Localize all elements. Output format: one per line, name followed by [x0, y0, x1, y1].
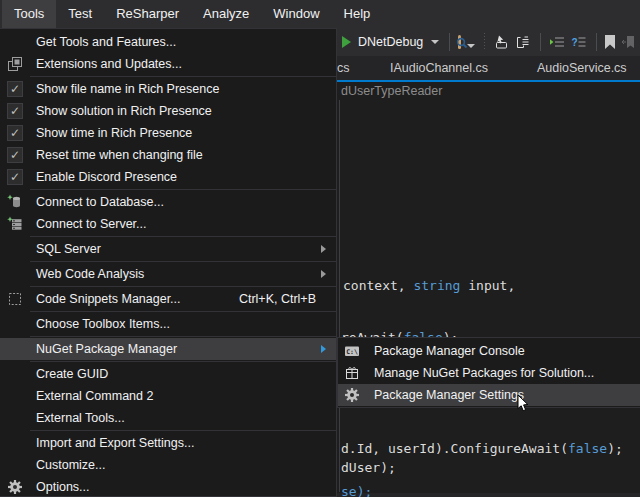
code-line: dUser); — [341, 460, 396, 475]
database-icon — [0, 194, 30, 210]
toolbar-grip — [484, 33, 485, 51]
menubar-item-help[interactable]: Help — [332, 0, 383, 28]
nuget-submenu-item-manage-nuget-packages-for-solution[interactable]: Manage NuGet Packages for Solution... — [338, 362, 640, 384]
tools-menu-item-show-time-in-rich-presence[interactable]: ✓Show time in Rich Presence — [0, 122, 336, 144]
checkmark-icon: ✓ — [0, 125, 30, 141]
menu-item-label: External Command 2 — [30, 389, 153, 403]
format-indent-green-icon[interactable] — [549, 33, 565, 51]
nuget-submenu-item-package-manager-console[interactable]: C:\Package Manager Console — [338, 340, 640, 362]
package-icon — [338, 365, 366, 381]
code-segment: d.Id, userId).ConfigureAwait( — [341, 441, 568, 456]
code-segment: ); — [607, 441, 623, 456]
extensions-icon — [0, 56, 30, 72]
tools-menu: Get Tools and Features...Extensions and … — [0, 28, 337, 497]
tools-menu-item-external-tools[interactable]: External Tools... — [0, 407, 336, 429]
menu-item-label: Code Snippets Manager... — [30, 292, 181, 306]
navigate-to-cursor-icon[interactable] — [493, 33, 509, 51]
menubar-item-tools[interactable]: Tools — [2, 0, 56, 28]
checkmark-icon: ✓ — [0, 103, 30, 119]
code-segment: dUser); — [341, 460, 396, 475]
menu-item-label: SQL Server — [30, 242, 101, 256]
menu-bar: ToolsTestReSharperAnalyzeWindowHelp — [0, 0, 640, 28]
menu-item-label: Create GUID — [30, 367, 108, 381]
editor-tab-cs[interactable]: cs — [337, 56, 350, 80]
mouse-cursor — [517, 394, 530, 417]
previous-bookmark-icon[interactable] — [621, 33, 637, 51]
tools-menu-item-sql-server[interactable]: SQL Server — [0, 238, 336, 260]
tools-menu-item-import-and-export-settings[interactable]: Import and Export Settings... — [0, 432, 336, 454]
menu-item-label: Show solution in Rich Presence — [30, 104, 212, 118]
nuget-submenu-item-package-manager-settings[interactable]: Package Manager Settings — [338, 384, 640, 406]
submenu-arrow-icon — [321, 270, 326, 278]
tools-menu-item-create-guid[interactable]: Create GUID — [0, 363, 336, 385]
tools-menu-item-options[interactable]: Options... — [0, 476, 336, 497]
checkmark-icon: ✓ — [0, 147, 30, 163]
help-lines-icon[interactable]: ? — [571, 33, 587, 51]
menu-item-label: Reset time when changing file — [30, 148, 203, 162]
menu-item-label: Connect to Server... — [30, 217, 146, 231]
tools-menu-item-get-tools-and-features[interactable]: Get Tools and Features... — [0, 31, 336, 53]
run-config-label[interactable]: DNetDebug — [358, 35, 423, 49]
run-config-dropdown-icon[interactable] — [431, 40, 439, 44]
menu-separator — [30, 236, 336, 237]
code-line: context, string input, — [343, 278, 515, 293]
tools-menu-item-nuget-package-manager[interactable]: NuGet Package Manager — [0, 338, 336, 360]
vs-window: DNetDebug ? csIAudioChannel.csAudioServi… — [0, 0, 640, 497]
code-segment: se); — [341, 484, 372, 497]
tools-menu-item-code-snippets-manager[interactable]: Code Snippets Manager...Ctrl+K, Ctrl+B — [0, 288, 336, 310]
menu-item-label: Get Tools and Features... — [30, 35, 176, 49]
editor-tab-audioservice-cs[interactable]: AudioService.cs — [537, 56, 627, 80]
menu-item-label: Package Manager Settings — [366, 388, 524, 402]
menubar-item-analyze[interactable]: Analyze — [191, 0, 261, 28]
breadcrumb[interactable]: dUserTypeReader — [341, 84, 442, 98]
tools-menu-item-customize[interactable]: Customize... — [0, 454, 336, 476]
editor-left-border — [339, 100, 340, 492]
code-segment: context, — [343, 278, 413, 293]
menu-item-label: Options... — [30, 480, 90, 494]
tools-menu-item-choose-toolbox-items[interactable]: Choose Toolbox Items... — [0, 313, 336, 335]
tools-menu-item-extensions-and-updates[interactable]: Extensions and Updates... — [0, 53, 336, 75]
tools-menu-item-show-file-name-in-rich-presence[interactable]: ✓Show file name in Rich Presence — [0, 78, 336, 100]
menu-item-label: Import and Export Settings... — [30, 436, 194, 450]
find-in-files-icon[interactable] — [458, 35, 461, 49]
sync-document-icon[interactable] — [515, 33, 531, 51]
help-glyph: ? — [571, 37, 577, 48]
menubar-item-resharper[interactable]: ReSharper — [104, 0, 191, 28]
menu-separator — [30, 189, 336, 190]
menu-item-label: NuGet Package Manager — [30, 342, 177, 356]
bookmark-icon[interactable] — [605, 33, 615, 51]
menu-separator — [30, 361, 336, 362]
bottom-strip — [337, 493, 640, 497]
menubar-item-test[interactable]: Test — [56, 0, 104, 28]
editor-tab-iaudiochannel-cs[interactable]: IAudioChannel.cs — [390, 56, 488, 80]
submenu-arrow-icon — [321, 245, 326, 253]
tools-menu-item-reset-time-when-changing-file[interactable]: ✓Reset time when changing file — [0, 144, 336, 166]
menu-item-label: Show file name in Rich Presence — [30, 82, 219, 96]
snippets-icon — [0, 291, 30, 307]
menu-separator — [30, 286, 336, 287]
svg-text:C:\: C:\ — [346, 348, 358, 356]
tools-menu-item-web-code-analysis[interactable]: Web Code Analysis — [0, 263, 336, 285]
menu-item-label: Choose Toolbox Items... — [30, 317, 170, 331]
menubar-item-window[interactable]: Window — [261, 0, 331, 28]
gear-icon — [0, 479, 30, 495]
menu-item-shortcut: Ctrl+K, Ctrl+B — [239, 292, 336, 306]
tools-menu-item-show-solution-in-rich-presence[interactable]: ✓Show solution in Rich Presence — [0, 100, 336, 122]
menu-separator — [30, 76, 336, 77]
start-debug-icon[interactable] — [342, 36, 351, 48]
gear-icon — [338, 387, 366, 403]
console-icon: C:\ — [338, 343, 366, 359]
menu-separator — [30, 336, 336, 337]
tools-menu-item-connect-to-server[interactable]: Connect to Server... — [0, 213, 336, 235]
server-icon — [0, 216, 30, 232]
code-line: d.Id, userId).ConfigureAwait(false); — [341, 441, 623, 456]
submenu-arrow-icon — [321, 345, 326, 353]
tools-menu-item-connect-to-database[interactable]: Connect to Database... — [0, 191, 336, 213]
code-segment: false — [568, 441, 607, 456]
tools-menu-item-external-command-2[interactable]: External Command 2 — [0, 385, 336, 407]
tools-menu-item-enable-discord-presence[interactable]: ✓Enable Discord Presence — [0, 166, 336, 188]
checkmark-icon: ✓ — [0, 169, 30, 185]
code-line: se); — [341, 484, 372, 497]
code-segment: input, — [460, 278, 515, 293]
menu-item-label: Show time in Rich Presence — [30, 126, 192, 140]
